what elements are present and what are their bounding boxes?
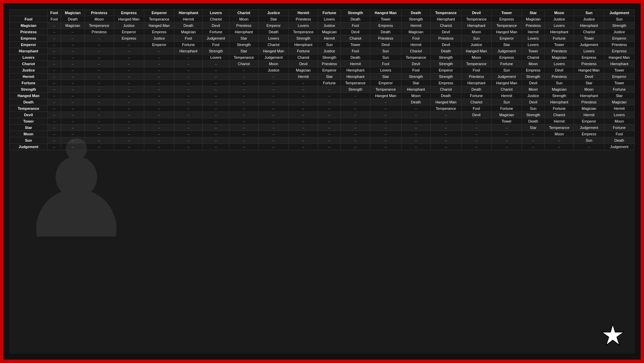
fusion-cell: – bbox=[85, 35, 114, 42]
fusion-cell: Strength bbox=[401, 74, 430, 80]
fusion-cell: – bbox=[114, 74, 144, 80]
fusion-cell: Strength bbox=[401, 16, 430, 22]
fusion-cell: – bbox=[85, 42, 114, 48]
fusion-cell: – bbox=[144, 131, 174, 137]
fusion-cell: Emperor bbox=[491, 35, 522, 42]
fusion-cell: – bbox=[341, 93, 370, 99]
fusion-cell: – bbox=[259, 118, 289, 125]
row-label-hermit: Hermit bbox=[10, 74, 48, 80]
fusion-cell: Star bbox=[604, 93, 634, 99]
fusion-cell: Sun bbox=[461, 35, 491, 42]
fusion-cell: – bbox=[174, 137, 203, 144]
fusion-cell: – bbox=[114, 61, 144, 67]
fusion-cell: – bbox=[229, 118, 258, 125]
table-row: Tower––––––––––––––––TowerDeathHermitEmp… bbox=[10, 118, 635, 125]
fusion-cell: Hermit bbox=[174, 16, 203, 22]
fusion-cell: Justice bbox=[522, 93, 545, 99]
fusion-cell: – bbox=[318, 99, 341, 105]
row-label-hierophant: Hierophant bbox=[10, 48, 48, 54]
fusion-cell: – bbox=[203, 144, 229, 150]
fusion-cell: Lovers bbox=[574, 48, 604, 54]
fusion-cell: Chariot bbox=[431, 22, 462, 29]
fusion-cell: Chariot bbox=[229, 61, 258, 67]
fusion-cell: Moon bbox=[401, 93, 430, 99]
fusion-cell: Emperor bbox=[259, 22, 289, 29]
fusion-cell: – bbox=[431, 118, 462, 125]
col-header-chariot: Chariot bbox=[229, 10, 258, 16]
fusion-cell: Empress bbox=[431, 80, 462, 86]
fusion-cell: – bbox=[289, 137, 318, 144]
fusion-cell: Temperance bbox=[545, 125, 574, 131]
fusion-cell: Hanged Man bbox=[259, 48, 289, 54]
inner-area: ♟ FoolMagicianPriestessEmpressEmperorHie… bbox=[9, 9, 635, 354]
badge-number: 51 bbox=[609, 331, 616, 339]
corner-header bbox=[10, 10, 48, 16]
fusion-cell: – bbox=[61, 105, 85, 112]
fusion-cell: – bbox=[174, 80, 203, 86]
fusion-cell: Temperance bbox=[289, 29, 318, 35]
fusion-cell: – bbox=[318, 131, 341, 137]
fusion-cell: Magician bbox=[522, 16, 545, 22]
row-label-star: Star bbox=[10, 125, 48, 131]
fusion-cell: Fortune bbox=[604, 125, 634, 131]
fusion-cell: Emperor bbox=[431, 67, 462, 74]
fusion-cell: Sun bbox=[604, 16, 634, 22]
fusion-cell: Tower bbox=[545, 42, 574, 48]
fusion-cell: Devil bbox=[522, 80, 545, 86]
fusion-cell: – bbox=[114, 105, 144, 112]
fusion-cell: Justice bbox=[144, 35, 174, 42]
fusion-cell: – bbox=[522, 137, 545, 144]
fusion-cell: – bbox=[370, 125, 401, 131]
fusion-cell: Hanged Man bbox=[491, 80, 522, 86]
fusion-cell: Lovers bbox=[370, 67, 401, 74]
fusion-cell: Moon bbox=[522, 86, 545, 93]
fusion-cell: Priestess bbox=[461, 74, 491, 80]
fusion-cell: Empress bbox=[370, 22, 401, 29]
fusion-cell: Judgement bbox=[491, 48, 522, 54]
fusion-cell: Fortune bbox=[174, 42, 203, 48]
fusion-cell: Hermit bbox=[491, 93, 522, 99]
star-badge: 51 bbox=[601, 323, 625, 347]
fusion-cell: Hierophant bbox=[431, 16, 462, 22]
fusion-cell: – bbox=[174, 54, 203, 61]
fusion-cell: Fortune bbox=[491, 105, 522, 112]
fusion-cell: – bbox=[114, 86, 144, 93]
fusion-cell: Temperance bbox=[461, 61, 491, 67]
fusion-cell: – bbox=[203, 118, 229, 125]
fusion-cell: – bbox=[401, 131, 430, 137]
col-header-fool: Fool bbox=[47, 10, 61, 16]
fusion-cell: – bbox=[401, 118, 430, 125]
row-label-justice: Justice bbox=[10, 67, 48, 74]
fusion-cell: Empress bbox=[604, 48, 634, 54]
fusion-cell: Moon bbox=[85, 16, 114, 22]
fusion-cell: – bbox=[114, 93, 144, 99]
fusion-cell: – bbox=[174, 61, 203, 67]
col-header-sun: Sun bbox=[574, 10, 604, 16]
fusion-cell: Moon bbox=[604, 118, 634, 125]
fusion-cell: – bbox=[318, 86, 341, 93]
fusion-cell: – bbox=[47, 80, 61, 86]
fusion-cell: Fortune bbox=[289, 48, 318, 54]
fusion-cell: – bbox=[85, 105, 114, 112]
fusion-cell: Moon bbox=[574, 86, 604, 93]
fusion-cell: Lovers bbox=[545, 22, 574, 29]
fusion-cell: – bbox=[401, 105, 430, 112]
fusion-cell: – bbox=[203, 131, 229, 137]
fusion-cell: – bbox=[341, 131, 370, 137]
fusion-chart: FoolMagicianPriestessEmpressEmperorHiero… bbox=[9, 9, 635, 150]
fusion-cell: Emperor bbox=[604, 35, 634, 42]
fusion-cell: Empress bbox=[491, 54, 522, 61]
col-header-temperance: Temperance bbox=[431, 10, 462, 16]
table-container[interactable]: FoolMagicianPriestessEmpressEmperorHiero… bbox=[9, 9, 635, 354]
fusion-cell: Fortune bbox=[604, 86, 634, 93]
fusion-cell: Tower bbox=[604, 67, 634, 74]
fusion-cell: – bbox=[461, 137, 491, 144]
fusion-cell: – bbox=[401, 125, 430, 131]
fusion-cell: – bbox=[370, 131, 401, 137]
fusion-cell: – bbox=[85, 54, 114, 61]
fusion-cell: – bbox=[85, 67, 114, 74]
table-row: Death–––––––––––––DeathHanged ManChariot… bbox=[10, 99, 635, 105]
fusion-cell: Hanged Man bbox=[574, 67, 604, 74]
fusion-cell: – bbox=[47, 99, 61, 105]
fusion-cell: Temperance bbox=[401, 54, 430, 61]
